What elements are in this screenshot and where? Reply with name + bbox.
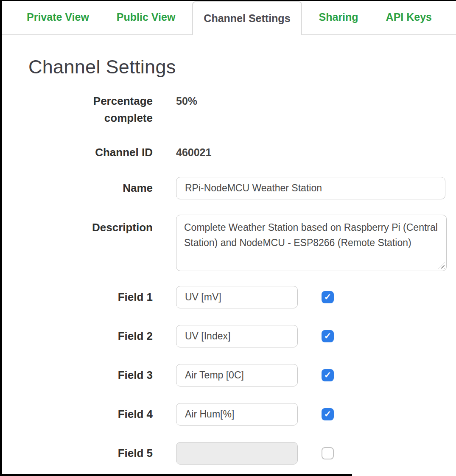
- name-row: Name: [0, 177, 456, 199]
- field-2-label: Field 2: [0, 328, 153, 344]
- screenshot-border-top: [0, 0, 456, 1]
- tab-channel-settings[interactable]: Channel Settings: [192, 1, 302, 35]
- description-textarea[interactable]: Complete Weather Station based on Raspbe…: [176, 215, 447, 271]
- field-3-input[interactable]: [176, 364, 298, 386]
- tab-public-view[interactable]: Public View: [106, 0, 186, 34]
- name-input[interactable]: [176, 177, 445, 199]
- field-1-checkbox[interactable]: [322, 291, 334, 303]
- field-4-row: Field 4: [0, 403, 456, 426]
- field-2-row: Field 2: [0, 325, 456, 347]
- field-5-checkbox[interactable]: [322, 447, 334, 459]
- channel-id-value: 460021: [176, 144, 211, 161]
- field-1-label: Field 1: [0, 288, 153, 305]
- field-1-row: Field 1: [0, 286, 456, 308]
- channel-id-label: Channel ID: [0, 144, 153, 161]
- percentage-complete-label: Percentage complete: [0, 92, 153, 127]
- field-4-input[interactable]: [176, 403, 298, 426]
- percentage-complete-row: Percentage complete 50%: [0, 92, 456, 127]
- description-label: Description: [0, 215, 153, 236]
- field-5-label: Field 5: [0, 445, 153, 462]
- field-5-row: Field 5: [0, 442, 456, 465]
- field-2-input[interactable]: [176, 325, 298, 347]
- field-4-label: Field 4: [0, 406, 153, 423]
- channel-tabbar: Private View Public View Channel Setting…: [0, 0, 456, 35]
- screenshot-border-left: [0, 0, 2, 476]
- page-title: Channel Settings: [28, 56, 456, 78]
- field-2-checkbox[interactable]: [322, 330, 334, 342]
- channel-id-row: Channel ID 460021: [0, 144, 456, 161]
- tab-api-keys[interactable]: API Keys: [375, 0, 442, 34]
- field-4-checkbox[interactable]: [322, 408, 334, 420]
- name-label: Name: [0, 179, 153, 196]
- description-row: Description Complete Weather Station bas…: [0, 215, 456, 271]
- channel-settings-form: Percentage complete 50% Channel ID 46002…: [0, 92, 456, 465]
- tab-sharing[interactable]: Sharing: [308, 0, 369, 34]
- field-1-input[interactable]: [176, 286, 298, 308]
- field-3-label: Field 3: [0, 367, 153, 384]
- screenshot-border-bottom: [0, 474, 352, 476]
- tab-private-view[interactable]: Private View: [16, 0, 100, 34]
- percentage-complete-value: 50%: [176, 92, 197, 109]
- field-3-row: Field 3: [0, 364, 456, 386]
- field-5-input[interactable]: [176, 442, 298, 465]
- field-3-checkbox[interactable]: [322, 369, 334, 381]
